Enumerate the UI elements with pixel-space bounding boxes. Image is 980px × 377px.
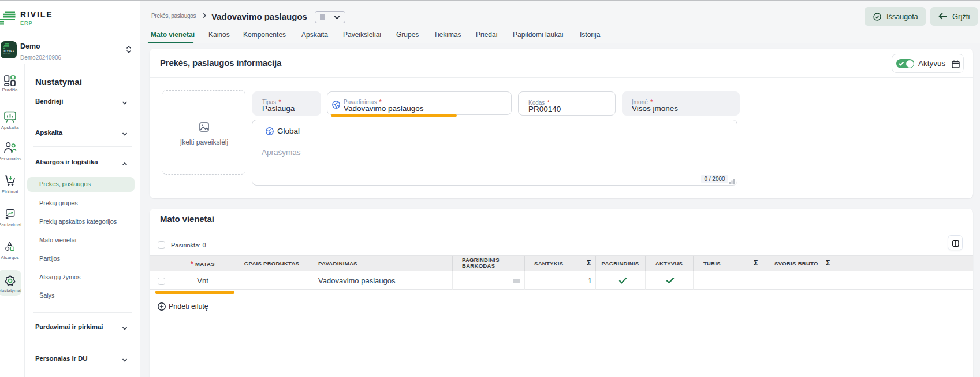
svg-text:ERP·dvs: ERP·dvs (3, 53, 11, 55)
svg-text:RIVILE: RIVILE (3, 50, 14, 53)
